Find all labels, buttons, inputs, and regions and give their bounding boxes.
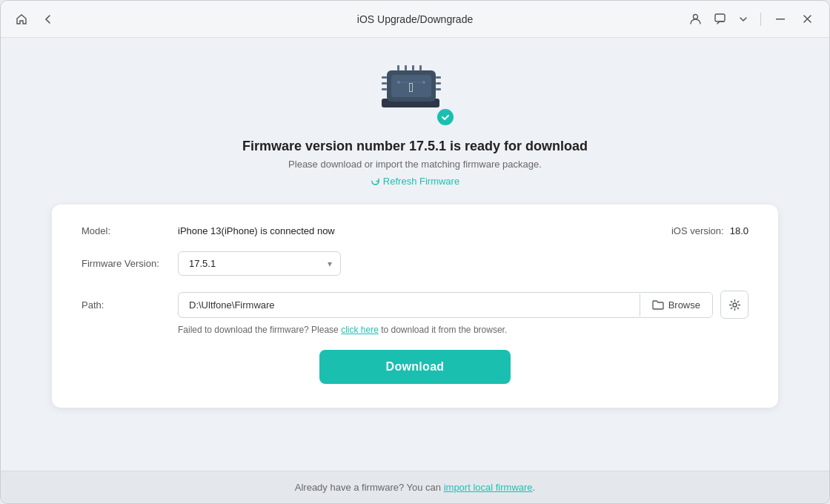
refresh-icon xyxy=(371,176,380,186)
chat-icon[interactable] xyxy=(711,10,729,28)
svg-rect-11 xyxy=(436,88,441,90)
path-input[interactable] xyxy=(179,293,640,317)
svg-rect-7 xyxy=(382,82,387,84)
minimize-button[interactable] xyxy=(770,9,791,30)
ios-version-group: iOS version: 18.0 xyxy=(671,225,748,236)
click-here-link[interactable]: click here xyxy=(341,325,379,335)
close-button[interactable] xyxy=(797,9,817,30)
browse-label: Browse xyxy=(668,299,700,311)
titlebar: iOS Upgrade/Downgrade xyxy=(1,1,829,38)
hero-section:  Firmware version number 17.5.1 is read… xyxy=(242,60,588,187)
svg-rect-8 xyxy=(382,88,387,90)
firmware-version-select[interactable]: 17.5.1 17.5 17.4.1 17.4 17.3.1 xyxy=(178,251,341,276)
refresh-firmware-link[interactable]: Refresh Firmware xyxy=(371,176,459,187)
model-value: iPhone 13(iPhone) is connected now xyxy=(178,225,335,236)
svg-point-18 xyxy=(422,81,425,84)
check-badge xyxy=(436,107,455,127)
titlebar-right xyxy=(686,9,817,30)
chevron-down-icon[interactable] xyxy=(735,11,751,27)
user-icon[interactable] xyxy=(686,10,705,28)
home-icon[interactable] xyxy=(13,10,30,28)
svg-point-20 xyxy=(733,303,737,307)
settings-button[interactable] xyxy=(720,291,748,319)
svg-rect-12 xyxy=(397,65,399,70)
svg-point-0 xyxy=(694,15,698,19)
device-icon-wrap:  xyxy=(378,60,452,127)
titlebar-left xyxy=(13,10,57,28)
ios-version-value: 18.0 xyxy=(730,225,748,236)
footer-suffix: . xyxy=(533,482,536,493)
footer-prefix: Already have a firmware? You can xyxy=(295,482,444,493)
gear-icon xyxy=(728,299,741,311)
device-chip-icon:  xyxy=(378,60,445,118)
titlebar-divider xyxy=(760,13,761,26)
folder-icon xyxy=(652,299,664,310)
path-row: Path: Browse xyxy=(82,291,748,319)
svg-rect-10 xyxy=(436,82,441,84)
svg-rect-6 xyxy=(382,76,387,79)
main-content:  Firmware version number 17.5.1 is read… xyxy=(1,38,829,471)
hero-title: Firmware version number 17.5.1 is ready … xyxy=(242,139,588,154)
firmware-version-label: Firmware Version: xyxy=(82,258,178,269)
fail-msg-suffix: to download it from the browser. xyxy=(379,325,507,335)
firmware-card: Model: iPhone 13(iPhone) is connected no… xyxy=(52,205,778,408)
svg-rect-1 xyxy=(715,14,725,21)
firmware-select-wrap: 17.5.1 17.5 17.4.1 17.4 17.3.1 ▾ xyxy=(178,251,341,276)
hero-subtitle: Please download or import the matching f… xyxy=(288,159,542,170)
path-input-wrap: Browse xyxy=(178,292,713,318)
browse-button[interactable]: Browse xyxy=(640,294,712,316)
svg-rect-9 xyxy=(436,76,441,79)
svg-point-17 xyxy=(397,81,400,84)
import-firmware-link[interactable]: import local firmware xyxy=(444,482,533,493)
model-row: Model: iPhone 13(iPhone) is connected no… xyxy=(82,225,748,236)
back-icon[interactable] xyxy=(39,10,57,28)
footer: Already have a firmware? You can import … xyxy=(1,471,829,503)
svg-rect-14 xyxy=(412,65,414,70)
svg-rect-2 xyxy=(776,19,785,20)
fail-message: Failed to download the firmware? Please … xyxy=(82,325,748,335)
ios-version-label: iOS version: xyxy=(671,225,724,236)
firmware-version-row: Firmware Version: 17.5.1 17.5 17.4.1 17.… xyxy=(82,251,748,276)
path-label: Path: xyxy=(82,299,178,311)
model-label: Model: xyxy=(82,225,178,236)
window-title: iOS Upgrade/Downgrade xyxy=(357,13,473,25)
svg-rect-13 xyxy=(405,65,407,70)
svg-rect-15 xyxy=(419,65,422,70)
download-button[interactable]: Download xyxy=(319,350,511,384)
fail-msg-prefix: Failed to download the firmware? Please xyxy=(178,325,341,335)
